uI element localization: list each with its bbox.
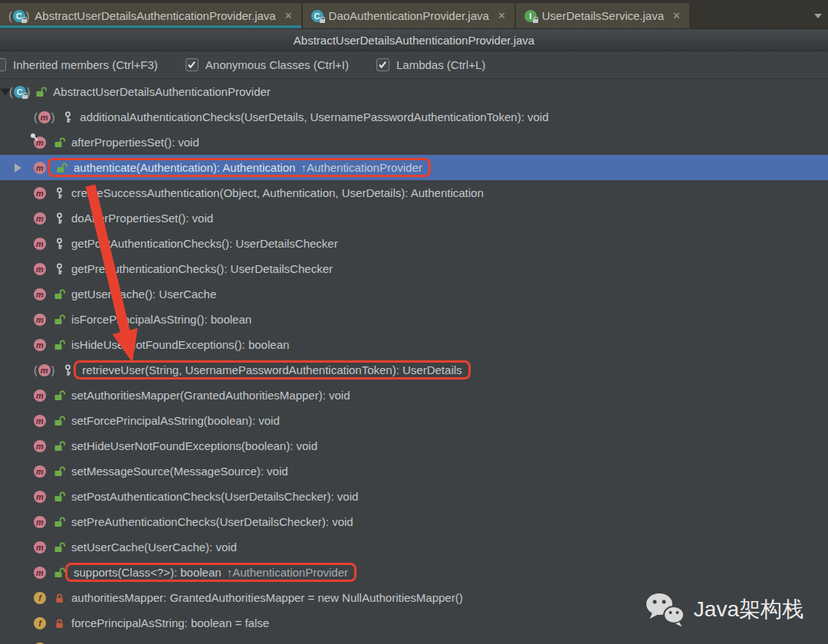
- member-row-18[interactable]: msetUserCache(UserCache): void: [0, 534, 828, 560]
- close-icon[interactable]: ✕: [284, 10, 293, 21]
- member-row-13[interactable]: msetForcePrincipalAsString(boolean): voi…: [0, 408, 828, 433]
- key-protected-icon: [54, 263, 64, 275]
- member-list: CAbstractUserDetailsAuthenticationProvid…: [0, 79, 828, 644]
- method-icon: m: [34, 415, 46, 427]
- tab-overflow-dropdown[interactable]: [808, 3, 828, 28]
- member-label: setMessageSource(MessageSource): void: [71, 465, 288, 478]
- abstract-method-icon: m: [34, 111, 54, 123]
- member-row-19[interactable]: msupports(Class<?>): boolean↑Authenticat…: [0, 560, 828, 585]
- method-icon: m: [34, 541, 46, 554]
- pin-icon: [30, 133, 38, 141]
- tab-label: DaoAuthenticationProvider.java: [329, 9, 489, 22]
- member-label: retrieveUser(String, UsernamePasswordAut…: [82, 363, 462, 376]
- checkbox[interactable]: [0, 58, 6, 71]
- member-label: setPostAuthenticationChecks(UserDetailsC…: [71, 490, 358, 503]
- method-icon: m: [34, 516, 46, 528]
- member-row-5[interactable]: mdoAfterPropertiesSet(): void: [0, 205, 828, 231]
- member-row-8[interactable]: mgetUserCache(): UserCache: [0, 281, 828, 307]
- editor-tab-1[interactable]: CDaoAuthenticationProvider.java✕: [303, 3, 514, 28]
- member-label: authoritiesMapper: GrantedAuthoritiesMap…: [71, 591, 463, 604]
- filter-option-0[interactable]: Inherited members (Ctrl+F3): [0, 58, 158, 71]
- member-row-6[interactable]: mgetPostAuthenticationChecks(): UserDeta…: [0, 231, 828, 256]
- red-annotation-box: authenticate(Authentication): Authentica…: [48, 158, 431, 177]
- method-icon: m: [34, 389, 46, 402]
- inherited-from-label: ↑AuthenticationProvider: [301, 161, 422, 174]
- filter-label: Lambdas (Ctrl+L): [396, 58, 485, 71]
- ide-window: CAbstractUserDetailsAuthenticationProvid…: [0, 0, 828, 644]
- field-icon: f: [34, 617, 46, 629]
- member-row-4[interactable]: mcreateSuccessAuthentication(Object, Aut…: [0, 180, 828, 205]
- member-row-11[interactable]: mretrieveUser(String, UsernamePasswordAu…: [0, 357, 828, 383]
- tab-bar-spacer: [691, 3, 808, 28]
- open-lock-public-icon: [54, 466, 65, 477]
- member-row-2[interactable]: mafterPropertiesSet(): void: [0, 130, 828, 155]
- filter-label: Inherited members (Ctrl+F3): [13, 58, 158, 71]
- member-label: supports(Class<?>): boolean: [74, 566, 222, 579]
- member-label: additionalAuthenticationChecks(UserDetai…: [80, 110, 548, 123]
- close-icon[interactable]: ✕: [498, 10, 506, 21]
- open-lock-public-icon: [56, 163, 67, 173]
- chevron-down-icon: [814, 14, 822, 18]
- member-row-7[interactable]: mgetPreAuthenticationChecks(): UserDetai…: [0, 256, 828, 281]
- lock-badge-icon: [22, 95, 28, 99]
- method-icon: m: [34, 187, 46, 199]
- method-icon: m: [34, 440, 46, 452]
- open-lock-public-icon: [54, 416, 65, 426]
- inherited-from-label: ↑AuthenticationProvider: [227, 566, 348, 579]
- method-icon: m: [34, 288, 46, 301]
- member-row-17[interactable]: msetPreAuthenticationChecks(UserDetailsC…: [0, 509, 828, 534]
- member-label: setHideUserNotFoundExceptions(boolean): …: [71, 439, 317, 452]
- open-lock-public-icon: [54, 517, 65, 527]
- filter-option-2[interactable]: Lambdas (Ctrl+L): [376, 58, 485, 71]
- editor-tab-0[interactable]: CAbstractUserDetailsAuthenticationProvid…: [0, 3, 301, 28]
- method-icon: m: [34, 465, 46, 478]
- tab-label: UserDetailsService.java: [542, 9, 664, 22]
- checkmark-icon: [187, 61, 196, 69]
- member-label: setUserCache(UserCache): void: [71, 540, 237, 554]
- member-label: createSuccessAuthentication(Object, Auth…: [71, 186, 484, 199]
- editor-tab-bar: CAbstractUserDetailsAuthenticationProvid…: [0, 0, 828, 29]
- open-lock-public-icon: [54, 567, 65, 578]
- member-label: isForcePrincipalAsString(): boolean: [71, 313, 251, 326]
- structure-root-row[interactable]: CAbstractUserDetailsAuthenticationProvid…: [0, 79, 828, 104]
- abstract-class-icon: C: [9, 86, 30, 98]
- member-row-12[interactable]: msetAuthoritiesMapper(GrantedAuthorities…: [0, 383, 828, 408]
- abstract-method-icon: m: [34, 364, 54, 376]
- key-protected-icon: [63, 111, 73, 123]
- closed-lock-private-icon: [54, 593, 64, 603]
- lock-badge-icon: [320, 19, 325, 23]
- member-row-16[interactable]: msetPostAuthenticationChecks(UserDetails…: [0, 484, 828, 509]
- class-icon: C: [311, 10, 324, 22]
- member-row-9[interactable]: misForcePrincipalAsString(): boolean: [0, 307, 828, 332]
- watermark: Java架构栈: [645, 592, 803, 627]
- closed-lock-private-icon: [54, 618, 64, 629]
- member-row-1[interactable]: madditionalAuthenticationChecks(UserDeta…: [0, 104, 828, 130]
- file-structure-popup-title: AbstractUserDetailsAuthenticationProvide…: [0, 29, 828, 51]
- popup-title-text: AbstractUserDetailsAuthenticationProvide…: [294, 34, 534, 47]
- open-lock-public-icon: [54, 289, 65, 300]
- close-icon[interactable]: ✕: [672, 10, 681, 21]
- key-protected-icon: [63, 364, 73, 376]
- open-lock-public-icon: [54, 441, 65, 452]
- member-row-15[interactable]: msetMessageSource(MessageSource): void: [0, 458, 828, 484]
- editor-tab-2[interactable]: IUserDetailsService.java✕: [516, 3, 689, 28]
- checkbox[interactable]: [376, 58, 389, 71]
- watermark-text: Java架构栈: [694, 595, 803, 624]
- member-row-10[interactable]: misHideUserNotFoundExceptions(): boolean: [0, 332, 828, 357]
- member-row-22[interactable]: fhideUserNotFoundExceptions: boolean = t…: [0, 636, 828, 644]
- expand-arrow-icon[interactable]: [15, 163, 21, 172]
- method-icon: m: [34, 491, 46, 503]
- member-label: authenticate(Authentication): Authentica…: [74, 161, 295, 174]
- method-icon: m: [34, 136, 46, 149]
- checkbox[interactable]: [186, 58, 199, 71]
- member-label: getUserCache(): UserCache: [71, 288, 216, 301]
- lock-badge-icon: [533, 19, 538, 23]
- member-label: setAuthoritiesMapper(GrantedAuthoritiesM…: [71, 389, 350, 402]
- open-lock-public-icon: [54, 340, 65, 350]
- method-icon: m: [34, 314, 46, 326]
- open-lock-public-icon: [54, 542, 65, 553]
- filter-option-1[interactable]: Anonymous Classes (Ctrl+I): [186, 58, 349, 71]
- member-row-3[interactable]: mauthenticate(Authentication): Authentic…: [0, 155, 828, 180]
- member-row-14[interactable]: msetHideUserNotFoundExceptions(boolean):…: [0, 433, 828, 458]
- open-lock-public-icon: [54, 491, 65, 502]
